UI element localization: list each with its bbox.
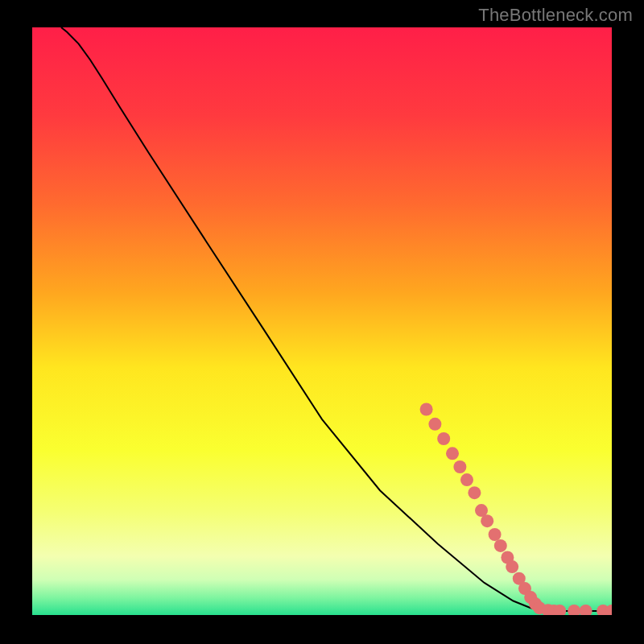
chart-background xyxy=(32,27,612,615)
chart-marker xyxy=(453,460,466,473)
watermark-text: TheBottleneck.com xyxy=(478,5,633,26)
chart-marker xyxy=(420,403,433,416)
chart-marker xyxy=(506,560,518,573)
chart-marker xyxy=(489,528,502,541)
chart-marker xyxy=(460,473,473,486)
chart-marker xyxy=(446,447,459,460)
chart-plot-area xyxy=(32,27,612,615)
chart-marker xyxy=(481,514,493,527)
chart-marker xyxy=(494,539,507,552)
chart-marker xyxy=(437,432,450,445)
chart-svg xyxy=(32,27,612,615)
chart-marker xyxy=(468,486,481,499)
chart-frame: TheBottleneck.com xyxy=(0,0,644,644)
chart-marker xyxy=(428,418,441,431)
